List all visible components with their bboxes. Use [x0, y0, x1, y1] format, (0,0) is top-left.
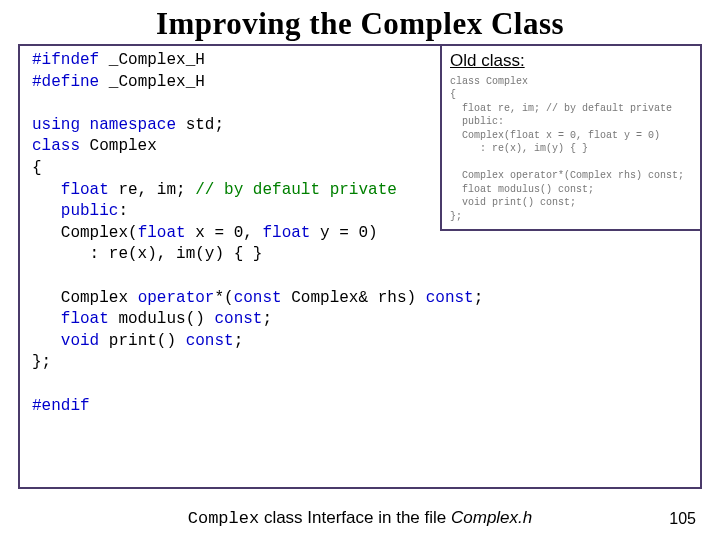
old-class-inset: Old class: class Complex { float re, im;…	[440, 44, 702, 231]
code-text: :	[118, 202, 128, 220]
old-line: Complex operator*(Complex rhs) const;	[450, 170, 684, 181]
old-line: void print() const;	[450, 197, 576, 208]
old-line: float re, im; // by default private	[450, 103, 672, 114]
old-line: Complex(float x = 0, float y = 0)	[450, 130, 660, 141]
slide-title: Improving the Complex Class	[0, 0, 720, 44]
code-blank	[32, 266, 688, 288]
keyword: float	[32, 181, 109, 199]
code-line: void print() const;	[32, 331, 688, 353]
code-text: Complex	[90, 137, 157, 155]
main-code-box: #ifndef _Complex_H #define _Complex_H us…	[18, 44, 702, 489]
comment: // by default private	[195, 181, 397, 199]
keyword: #define	[32, 73, 99, 91]
code-blank	[32, 374, 688, 396]
keyword: float	[262, 224, 310, 242]
keyword: const	[214, 310, 262, 328]
old-line: : re(x), im(y) { }	[450, 143, 588, 154]
keyword: const	[426, 289, 474, 307]
keyword: using namespace	[32, 116, 176, 134]
code-text: Complex(	[32, 224, 138, 242]
code-text: modulus()	[109, 310, 215, 328]
keyword: class	[32, 137, 90, 155]
old-line: };	[450, 211, 462, 222]
code-text: ;	[234, 332, 244, 350]
keyword: float	[32, 310, 109, 328]
code-text: _Complex_H	[99, 73, 205, 91]
old-class-title: Old class:	[450, 50, 692, 73]
code-line: : re(x), im(y) { }	[32, 244, 688, 266]
old-line: {	[450, 89, 456, 100]
old-class-code: class Complex { float re, im; // by defa…	[450, 75, 692, 224]
keyword: operator	[138, 289, 215, 307]
keyword: const	[234, 289, 282, 307]
code-text: x = 0,	[186, 224, 263, 242]
keyword: #ifndef	[32, 51, 99, 69]
old-line: float modulus() const;	[450, 184, 594, 195]
caption-filename: Complex.h	[451, 508, 532, 527]
old-line: class Complex	[450, 76, 528, 87]
keyword: public	[32, 202, 118, 220]
code-text: *(	[214, 289, 233, 307]
code-line: };	[32, 352, 688, 374]
page-number: 105	[669, 510, 696, 528]
code-text: ;	[262, 310, 272, 328]
code-text: print()	[99, 332, 185, 350]
keyword: #endif	[32, 397, 90, 415]
caption-text: class Interface in the file	[259, 508, 451, 527]
keyword: const	[186, 332, 234, 350]
keyword: float	[138, 224, 186, 242]
code-line: Complex operator*(const Complex& rhs) co…	[32, 288, 688, 310]
code-line: #endif	[32, 396, 688, 418]
old-line: public:	[450, 116, 504, 127]
code-text: y = 0)	[310, 224, 377, 242]
keyword: void	[32, 332, 99, 350]
code-text: _Complex_H	[99, 51, 205, 69]
code-text: ;	[474, 289, 484, 307]
code-text: std;	[176, 116, 224, 134]
code-text: re, im;	[109, 181, 195, 199]
slide-caption: Complex class Interface in the file Comp…	[0, 508, 720, 528]
code-line: float modulus() const;	[32, 309, 688, 331]
code-text: Complex	[32, 289, 138, 307]
caption-code-word: Complex	[188, 509, 259, 528]
code-text: Complex& rhs)	[282, 289, 426, 307]
